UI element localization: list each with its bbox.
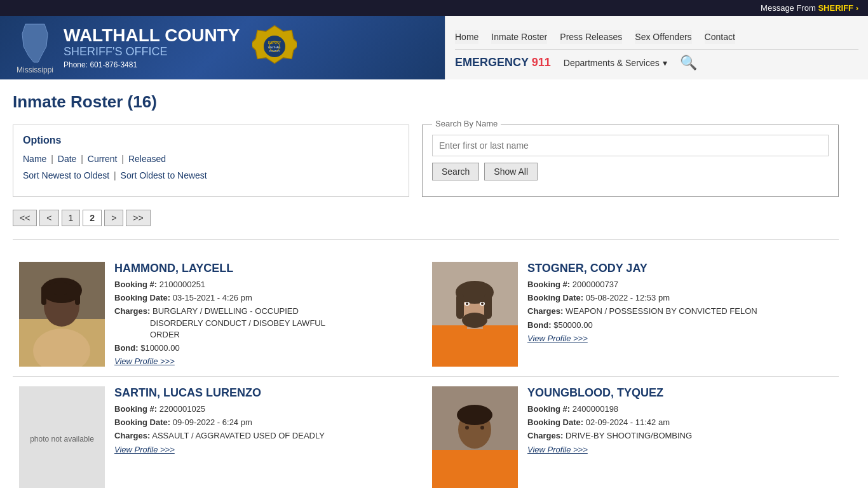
view-profile-link[interactable]: View Profile >>> bbox=[527, 445, 588, 454]
top-message-bar: Message From SHERIFF › bbox=[0, 0, 868, 16]
page-last-btn[interactable]: >> bbox=[126, 210, 150, 226]
booking-date: Booking Date: 03-15-2021 - 4:26 pm bbox=[114, 292, 419, 304]
inmate-row: STOGNER, CODY JAY Booking #: 2000000737 … bbox=[426, 252, 839, 377]
badge-area: DEPUTY WALTHALL COUNTY bbox=[252, 22, 297, 73]
sort-current-link[interactable]: Current bbox=[88, 154, 118, 164]
main-content: Inmate Roster (16) Options Name | Date |… bbox=[0, 79, 851, 488]
booking-num: Booking #: 2400000198 bbox=[527, 403, 832, 415]
inmate-details-stogner: STOGNER, CODY JAY Booking #: 2000000737 … bbox=[527, 262, 832, 367]
inmate-name: SARTIN, LUCAS LURENZO bbox=[114, 386, 419, 400]
inmate-row: photo not available SARTIN, LUCAS LURENZ… bbox=[13, 377, 426, 488]
search-by-name-box: Search By Name Search Show All bbox=[422, 125, 839, 197]
booking-num: Booking #: 2200001025 bbox=[114, 403, 419, 415]
sort-date-link[interactable]: Date bbox=[58, 154, 77, 164]
sort-name-link[interactable]: Name bbox=[23, 154, 46, 164]
svg-rect-31 bbox=[432, 450, 518, 488]
nav-home[interactable]: Home bbox=[455, 30, 478, 44]
search-name-input[interactable] bbox=[432, 135, 829, 156]
state-map-area: Mississippi bbox=[16, 21, 54, 74]
page-next-btn[interactable]: > bbox=[104, 210, 123, 226]
sheriff-link[interactable]: SHERIFF › bbox=[818, 3, 858, 13]
state-name: Mississippi bbox=[17, 65, 53, 74]
inmates-grid: HAMMOND, LAYCELL Booking #: 2100000251 B… bbox=[13, 252, 839, 488]
header-search-button[interactable]: 🔍 bbox=[680, 55, 697, 71]
svg-rect-23 bbox=[456, 294, 464, 319]
inmate-row: YOUNGBLOOD, TYQUEZ Booking #: 2400000198… bbox=[426, 377, 839, 488]
view-profile-link[interactable]: View Profile >>> bbox=[114, 356, 175, 366]
divider-top bbox=[13, 239, 839, 240]
options-search-row: Options Name | Date | Current | Released… bbox=[13, 125, 839, 197]
office-name: SHERIFF'S OFFICE bbox=[64, 46, 240, 58]
charges: Charges: WEAPON / POSSESSION BY CONVICTE… bbox=[527, 306, 832, 317]
svg-rect-24 bbox=[484, 294, 492, 319]
charges: Charges: ASSAULT / AGGRAVATED USED OF DE… bbox=[114, 430, 419, 442]
page-2-btn[interactable]: 2 bbox=[83, 210, 102, 226]
svg-rect-17 bbox=[64, 282, 67, 295]
svg-point-34 bbox=[465, 426, 469, 430]
nav-press-releases[interactable]: Press Releases bbox=[560, 30, 622, 44]
svg-rect-15 bbox=[69, 284, 72, 300]
booking-date: Booking Date: 05-08-2022 - 12:53 pm bbox=[527, 292, 832, 304]
inmate-photo-youngblood bbox=[432, 386, 518, 488]
search-button[interactable]: Search bbox=[432, 163, 479, 180]
inmate-name: STOGNER, CODY JAY bbox=[527, 262, 832, 275]
view-profile-link[interactable]: View Profile >>> bbox=[114, 445, 175, 454]
bond: Bond: $10000.00 bbox=[114, 342, 419, 354]
sort-order-links: Sort Newest to Oldest | Sort Oldest to N… bbox=[23, 170, 399, 180]
search-buttons-row: Search Show All bbox=[432, 163, 829, 180]
sort-by-links: Name | Date | Current | Released bbox=[23, 154, 399, 164]
bond: Bond: $50000.00 bbox=[527, 320, 832, 331]
message-text: Message From bbox=[761, 3, 818, 13]
inmate-photo-hammond bbox=[19, 262, 105, 367]
page-first-btn[interactable]: << bbox=[13, 210, 37, 226]
chevron-down-icon: ▾ bbox=[663, 58, 667, 68]
show-all-button[interactable]: Show All bbox=[484, 163, 538, 180]
nav-sex-offenders[interactable]: Sex Offenders bbox=[635, 30, 691, 44]
emergency-label: EMERGENCY 911 bbox=[455, 56, 551, 69]
nav-inmate-roster[interactable]: Inmate Roster bbox=[491, 30, 547, 44]
inmate-name: YOUNGBLOOD, TYQUEZ bbox=[527, 386, 832, 400]
svg-point-35 bbox=[480, 426, 484, 430]
page-prev-btn[interactable]: < bbox=[39, 210, 58, 226]
svg-rect-19 bbox=[432, 325, 518, 367]
nav-bottom-bar: EMERGENCY 911 Departments & Services ▾ 🔍 bbox=[455, 50, 858, 71]
inmate-photo-stogner bbox=[432, 262, 518, 367]
svg-point-28 bbox=[466, 302, 468, 305]
sort-newest-link[interactable]: Sort Newest to Oldest bbox=[23, 170, 109, 180]
pagination-bar: << < 1 2 > >> bbox=[13, 210, 839, 226]
svg-rect-14 bbox=[48, 284, 51, 300]
departments-services-dropdown[interactable]: Departments & Services ▾ bbox=[564, 58, 667, 68]
booking-num: Booking #: 2000000737 bbox=[527, 279, 832, 290]
inmate-details-youngblood: YOUNGBLOOD, TYQUEZ Booking #: 2400000198… bbox=[527, 386, 832, 488]
booking-date: Booking Date: 02-09-2024 - 11:42 am bbox=[527, 417, 832, 428]
phone-number: Phone: 601-876-3481 bbox=[64, 60, 240, 69]
main-nav: Home Inmate Roster Press Releases Sex Of… bbox=[455, 25, 858, 50]
booking-num: Booking #: 2100000251 bbox=[114, 279, 419, 290]
page-title: Inmate Roster (16) bbox=[13, 92, 839, 112]
svg-rect-13 bbox=[75, 286, 80, 305]
inmate-name: HAMMOND, LAYCELL bbox=[114, 262, 419, 275]
inmate-details-hammond: HAMMOND, LAYCELL Booking #: 2100000251 B… bbox=[114, 262, 419, 367]
booking-date: Booking Date: 09-09-2022 - 6:24 pm bbox=[114, 417, 419, 428]
options-box: Options Name | Date | Current | Released… bbox=[13, 125, 409, 197]
agency-name-block: WALTHALL COUNTY SHERIFF'S OFFICE Phone: … bbox=[64, 26, 240, 70]
inmate-photo-sartin: photo not available bbox=[19, 386, 105, 488]
charges: Charges: DRIVE-BY SHOOTING/BOMBING bbox=[527, 430, 832, 442]
svg-rect-12 bbox=[41, 286, 46, 305]
options-title: Options bbox=[23, 135, 399, 146]
svg-point-25 bbox=[462, 313, 487, 328]
view-profile-link[interactable]: View Profile >>> bbox=[527, 334, 588, 343]
nav-contact[interactable]: Contact bbox=[705, 30, 735, 44]
inmate-row: HAMMOND, LAYCELL Booking #: 2100000251 B… bbox=[13, 252, 426, 377]
svg-point-33 bbox=[457, 405, 492, 425]
svg-point-29 bbox=[481, 302, 484, 305]
inmate-details-sartin: SARTIN, LUCAS LURENZO Booking #: 2200001… bbox=[114, 386, 419, 488]
sort-oldest-link[interactable]: Sort Oldest to Newest bbox=[121, 170, 207, 180]
charges: Charges: BURGLARY / DWELLING - OCCUPIED … bbox=[114, 306, 419, 341]
svg-rect-16 bbox=[54, 282, 57, 295]
svg-marker-0 bbox=[22, 24, 48, 62]
page-1-btn[interactable]: 1 bbox=[62, 210, 81, 226]
sort-released-link[interactable]: Released bbox=[128, 154, 166, 164]
county-name: WALTHALL COUNTY bbox=[64, 26, 240, 46]
search-legend: Search By Name bbox=[432, 119, 501, 128]
